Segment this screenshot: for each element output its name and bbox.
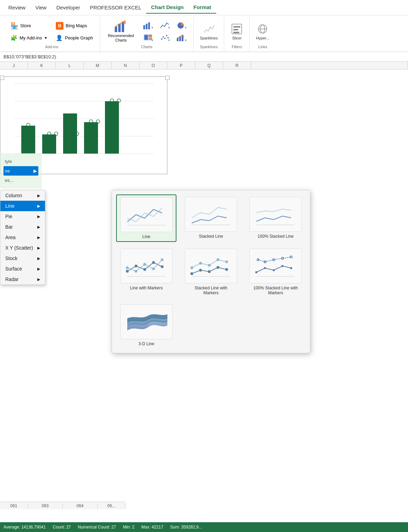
svg-text:▼: ▼	[151, 26, 153, 29]
line-type-markers[interactable]: Line with Markers	[116, 246, 176, 298]
svg-rect-5	[146, 24, 148, 29]
addins-icon: 🧩	[10, 35, 17, 41]
line-type-100stacked[interactable]: 100% Stacked Line	[245, 194, 306, 242]
context-surface[interactable]: Surface ▶	[0, 264, 45, 274]
column-chart-button[interactable]: ▼	[140, 20, 156, 31]
filters-group-label: Filters	[232, 45, 242, 50]
menu-professor-excel[interactable]: PROFESSOR EXCEL	[85, 2, 146, 13]
links-group: Hyper... Links	[250, 17, 275, 52]
status-max: Max: 42217	[141, 525, 163, 530]
context-stock[interactable]: Stock ▶	[0, 253, 45, 264]
addins-label: My Add-ins	[20, 35, 42, 40]
context-stock-arrow: ▶	[37, 256, 40, 261]
context-surface-label: Surface	[5, 266, 22, 272]
sparklines-label: Sparklines	[200, 36, 218, 40]
context-line-label: Line	[5, 203, 14, 209]
context-menu: Column ▶ Line ▶ Pie ▶ Bar ▶ Area ▶ X Y (…	[0, 190, 45, 285]
formula-bar: B$10;'073'!$E$3:$E$10;2)	[0, 52, 408, 62]
svg-rect-29	[233, 32, 239, 33]
slicer-icon	[231, 23, 243, 35]
context-line-arrow: ▶	[37, 204, 40, 208]
context-pie[interactable]: Pie ▶	[0, 211, 45, 222]
line-type-3d[interactable]: 3-D Line	[116, 302, 176, 349]
store-icon: 🏪	[10, 22, 18, 30]
scatter-chart-button[interactable]: ▼	[157, 32, 172, 43]
sparklines-button[interactable]: Sparklines	[198, 21, 220, 42]
hierarchy-chart-button[interactable]: ▼	[140, 32, 156, 43]
svg-point-63	[152, 267, 155, 270]
menu-developer[interactable]: Developer	[51, 2, 85, 13]
svg-point-18	[164, 38, 166, 39]
small-chart-buttons: ▼ ▼ ▼	[140, 20, 189, 43]
svg-point-72	[199, 262, 202, 265]
svg-point-77	[255, 271, 257, 273]
bing-maps-button[interactable]: B Bing Maps	[53, 20, 96, 31]
col-header-O: O	[139, 62, 167, 69]
menu-chart-design[interactable]: Chart Design	[146, 1, 188, 14]
line-preview-stacked-markers	[185, 249, 237, 283]
svg-point-66	[190, 272, 193, 275]
col-header-R: R	[223, 62, 251, 69]
left-panel-type-arrow: ▶	[33, 168, 37, 173]
context-line[interactable]: Line ▶	[0, 201, 45, 211]
context-column-label: Column	[5, 193, 22, 198]
slicer-button[interactable]: Slicer	[228, 21, 245, 42]
context-xy-arrow: ▶	[37, 246, 40, 250]
context-bar-label: Bar	[5, 224, 13, 230]
line-chart-button[interactable]: ▼	[157, 20, 172, 31]
resize-handle-tl[interactable]	[0, 76, 4, 80]
my-addins-button[interactable]: 🧩 My Add-ins ▼	[8, 33, 50, 43]
line-type-line[interactable]: Line	[116, 194, 176, 242]
ribbon: Review View Developer PROFESSOR EXCEL Ch…	[0, 0, 408, 52]
svg-text:▼: ▼	[151, 39, 153, 41]
column-headers: J K L M N O P Q R	[0, 62, 408, 69]
left-panel: tyle oe ▶ es...	[0, 153, 42, 189]
svg-rect-28	[233, 29, 238, 30]
line-type-stacked-markers[interactable]: Stacked Line withMarkers	[181, 246, 241, 298]
svg-rect-40	[63, 113, 77, 154]
line-icon: ▼	[160, 22, 169, 29]
menu-format[interactable]: Format	[189, 1, 216, 14]
svg-text:▼: ▼	[184, 26, 186, 29]
spreadsheet-area: tyle oe ▶ es... Column ▶ Line ▶ Pie ▶ Ba…	[0, 69, 408, 530]
line-type-stacked[interactable]: Stacked Line	[181, 194, 241, 242]
pie-chart-button[interactable]: ▼	[174, 20, 189, 31]
left-panel-type[interactable]: oe ▶	[3, 166, 38, 176]
charts-buttons: RecommendedCharts ▼	[104, 18, 189, 45]
context-bar[interactable]: Bar ▶	[0, 222, 45, 232]
store-button[interactable]: 🏪 Store	[8, 20, 50, 31]
svg-point-67	[199, 269, 202, 272]
menu-view[interactable]: View	[30, 2, 51, 13]
svg-point-59	[161, 265, 164, 268]
svg-rect-38	[21, 126, 35, 154]
context-area[interactable]: Area ▶	[0, 232, 45, 243]
context-column[interactable]: Column ▶	[0, 190, 45, 201]
addins-group: 🏪 Store 🧩 My Add-ins ▼ B Bing Maps	[3, 17, 100, 52]
pie-icon: ▼	[176, 22, 186, 29]
line-preview-stacked	[185, 197, 237, 232]
col-header-M: M	[84, 62, 112, 69]
line-type-100stacked-markers[interactable]: 100% Stacked Line withMarkers	[245, 246, 306, 298]
col-header-extra	[251, 62, 408, 69]
menu-review[interactable]: Review	[3, 2, 30, 13]
line-preview-markers	[120, 249, 173, 283]
chart-row-2: ▼ ▼ ▼	[140, 32, 189, 43]
row-label-061: 061	[0, 503, 28, 508]
svg-rect-42	[105, 101, 119, 154]
context-stock-label: Stock	[5, 256, 17, 261]
recommended-charts-button[interactable]: RecommendedCharts	[104, 18, 137, 45]
svg-text:▼: ▼	[184, 39, 186, 41]
context-pie-arrow: ▶	[37, 214, 40, 219]
combo-chart-button[interactable]: ▼	[174, 32, 189, 43]
svg-rect-41	[84, 122, 98, 154]
people-graph-button[interactable]: 👤 People Graph	[53, 33, 96, 43]
line-label-stacked: Stacked Line	[199, 234, 223, 239]
context-xy[interactable]: X Y (Scatter) ▶	[0, 243, 45, 253]
resize-handle-tr[interactable]	[165, 76, 169, 80]
hyperlink-button[interactable]: Hyper...	[254, 21, 271, 42]
context-radar[interactable]: Radar ▶	[0, 274, 45, 285]
svg-text:▼: ▼	[168, 26, 169, 29]
context-column-arrow: ▶	[37, 193, 40, 198]
status-min: Min: 2	[123, 525, 135, 530]
svg-point-75	[225, 260, 228, 263]
